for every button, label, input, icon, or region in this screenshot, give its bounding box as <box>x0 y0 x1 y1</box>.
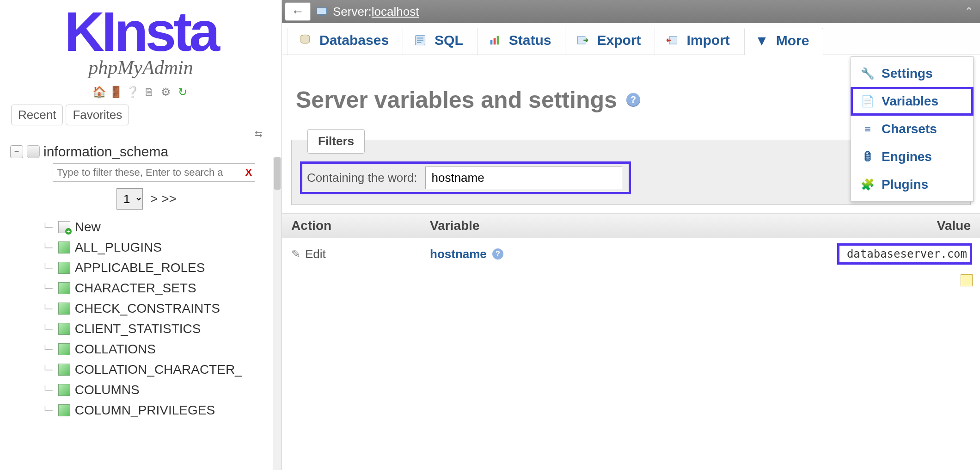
back-button[interactable]: ← <box>285 2 311 21</box>
tree-item-table[interactable]: └─CHECK_CONSTRAINTS <box>43 298 282 319</box>
tree-database-row[interactable]: − information_schema <box>10 144 282 160</box>
topbar: ← Server: localhost ⌃ <box>282 0 980 23</box>
tree-toggle-icon[interactable]: − <box>10 145 23 158</box>
filter-containing-word: Containing the word: <box>300 161 631 194</box>
tree-connector-icon: └─ <box>43 223 53 232</box>
dropdown-item-label: Plugins <box>882 177 928 192</box>
chevron-down-icon: ▼ <box>755 34 769 48</box>
tree-item-label: COLLATIONS <box>75 342 156 357</box>
sql-icon <box>413 33 427 47</box>
svg-rect-1 <box>320 15 324 16</box>
tab-label: Export <box>597 32 641 48</box>
tab-import[interactable]: Import <box>655 28 744 55</box>
tree-item-table[interactable]: └─ALL_PLUGINS <box>43 237 282 258</box>
home-icon[interactable]: 🏠 <box>92 85 106 99</box>
tab-export[interactable]: Export <box>565 28 655 55</box>
database-icon <box>27 145 40 158</box>
cell-action[interactable]: ✎ Edit <box>291 247 430 261</box>
brand-subtitle: phpMyAdmin <box>0 56 282 79</box>
tree-item-new[interactable]: └─New <box>43 217 282 237</box>
new-table-icon <box>58 221 70 233</box>
tree-item-table[interactable]: └─CHARACTER_SETS <box>43 278 282 298</box>
tab-databases[interactable]: Databases <box>288 28 403 55</box>
tab-more[interactable]: ▼ More <box>744 28 824 55</box>
table-icon <box>58 384 70 396</box>
tree-database-label: information_schema <box>43 144 168 160</box>
tab-label: Status <box>509 32 551 48</box>
tree-connector-icon: └─ <box>43 304 53 314</box>
tree-item-table[interactable]: └─COLUMN_PRIVILEGES <box>43 400 282 421</box>
tree-item-label: APPLICABLE_ROLES <box>75 260 205 275</box>
tree-page-selector[interactable]: 1 <box>116 188 143 210</box>
tree-connector-icon: └─ <box>43 243 53 253</box>
tree-item-label: CHECK_CONSTRAINTS <box>75 301 220 316</box>
tab-sql[interactable]: SQL <box>403 28 478 55</box>
table-icon <box>58 303 70 315</box>
collapse-tree-icon[interactable]: ⇆ <box>255 128 271 139</box>
engines-icon: 🛢 <box>861 150 874 163</box>
dropdown-item-plugins[interactable]: 🧩Plugins <box>851 171 973 198</box>
wrench-icon: 🔧 <box>861 67 874 80</box>
export-icon <box>576 33 589 47</box>
settings-gear-icon[interactable]: ⚙ <box>159 85 173 99</box>
dropdown-item-settings[interactable]: 🔧Settings <box>851 60 973 87</box>
tree-connector-icon: └─ <box>43 345 53 354</box>
dropdown-item-variables[interactable]: 📄Variables <box>851 87 973 115</box>
table-icon <box>58 364 70 376</box>
server-icon <box>315 5 328 18</box>
variable-help-icon[interactable]: ? <box>492 248 503 260</box>
tree-item-table[interactable]: └─COLLATION_CHARACTER_ <box>43 359 282 380</box>
tree-connector-icon: └─ <box>43 365 53 375</box>
document-icon[interactable]: 🗎 <box>142 85 156 99</box>
sidebar-scrollbar[interactable] <box>273 157 282 470</box>
tree-item-table[interactable]: └─CLIENT_STATISTICS <box>43 319 282 339</box>
collapse-topbar-icon[interactable]: ⌃ <box>964 5 974 18</box>
column-header-value: Value <box>832 218 971 233</box>
logout-icon[interactable]: 🚪 <box>109 85 123 99</box>
page-help-icon[interactable]: ? <box>626 93 640 107</box>
dropdown-item-label: Engines <box>882 149 932 164</box>
filter-label: Containing the word: <box>307 171 417 185</box>
dropdown-item-charsets[interactable]: ≡Charsets <box>851 115 973 143</box>
tree-connector-icon: └─ <box>43 406 53 415</box>
main-content: ← Server: localhost ⌃ DatabasesSQLStatus… <box>282 0 980 470</box>
status-icon <box>488 33 502 47</box>
breadcrumb-value[interactable]: localhost <box>372 5 419 19</box>
tree-item-label: ALL_PLUGINS <box>75 240 162 255</box>
variables-table: Action Variable Value ✎ Edit hostname ? … <box>282 213 980 270</box>
clear-filter-icon[interactable]: X <box>245 167 252 178</box>
svg-rect-8 <box>493 38 496 44</box>
recent-tab[interactable]: Recent <box>11 105 63 125</box>
favorites-tab[interactable]: Favorites <box>66 105 129 125</box>
filter-word-input[interactable] <box>425 167 622 189</box>
tree-pager-next[interactable]: > >> <box>150 192 177 206</box>
breadcrumb-label: Server: <box>333 5 372 19</box>
tree-filter-input[interactable] <box>53 163 255 182</box>
tab-label: SQL <box>435 32 463 48</box>
table-icon <box>58 323 70 335</box>
import-icon <box>665 33 679 47</box>
tree-item-table[interactable]: └─COLUMNS <box>43 380 282 400</box>
reload-icon[interactable]: ↻ <box>176 85 190 99</box>
more-dropdown: 🔧Settings📄Variables≡Charsets🛢Engines🧩Plu… <box>851 56 974 202</box>
help-icon[interactable]: ❔ <box>126 85 140 99</box>
table-icon <box>58 404 70 416</box>
svg-rect-6 <box>417 42 421 43</box>
svg-rect-5 <box>417 40 423 41</box>
sidebar-quick-icons: 🏠 🚪 ❔ 🗎 ⚙ ↻ <box>0 85 282 99</box>
edit-label: Edit <box>305 247 326 261</box>
bookmark-icon[interactable] <box>961 274 973 286</box>
table-icon <box>58 343 70 355</box>
sidebar: KInsta phpMyAdmin 🏠 🚪 ❔ 🗎 ⚙ ↻ Recent Fav… <box>0 0 282 470</box>
variables-icon: 📄 <box>861 95 874 108</box>
dropdown-item-engines[interactable]: 🛢Engines <box>851 143 973 171</box>
scrollbar-thumb[interactable] <box>274 157 281 190</box>
tree-item-label: New <box>75 220 101 235</box>
tree-item-table[interactable]: └─APPLICABLE_ROLES <box>43 258 282 278</box>
tab-status[interactable]: Status <box>478 28 566 55</box>
cell-variable[interactable]: hostname ? <box>430 247 832 261</box>
plugins-icon: 🧩 <box>861 178 874 191</box>
tree-item-table[interactable]: └─COLLATIONS <box>43 339 282 359</box>
dropdown-item-label: Variables <box>882 94 938 109</box>
brand-logo: KInsta <box>0 0 282 59</box>
